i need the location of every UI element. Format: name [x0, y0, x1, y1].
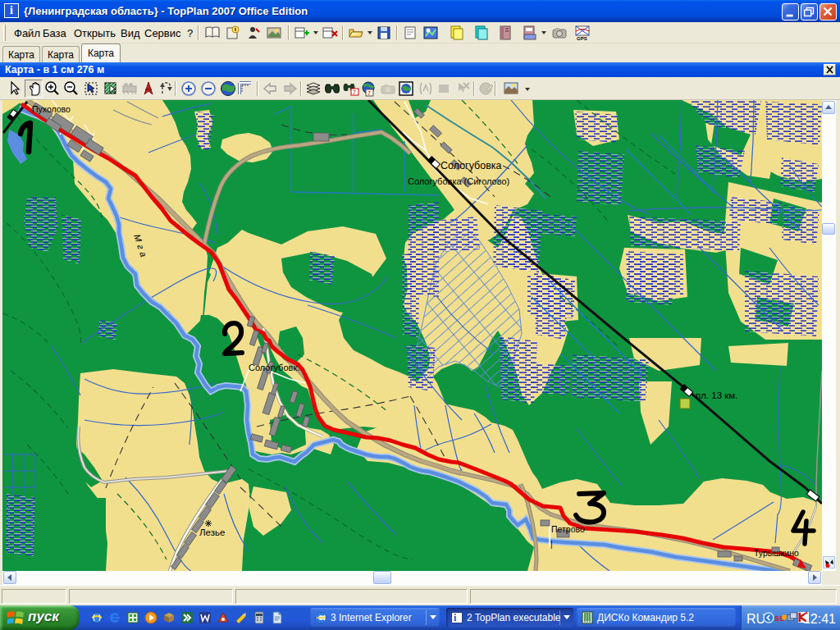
svg-text:Лезье: Лезье: [199, 527, 225, 537]
svg-text:Пухолово: Пухолово: [32, 104, 71, 114]
svg-text:7: 7: [353, 89, 356, 95]
svg-text:Сологубовка: Сологубовка: [441, 160, 502, 171]
svg-text:7: 7: [368, 90, 371, 96]
svg-text:Петрово: Петрово: [551, 524, 585, 534]
svg-text:Турышкино: Турышкино: [754, 548, 799, 558]
svg-text:Сологубовк.: Сологубовк.: [249, 363, 299, 372]
svg-text:|: |: [550, 540, 553, 549]
svg-text:Сологубовка (Сиголово): Сологубовка (Сиголово): [408, 176, 509, 186]
svg-text:GPS: GPS: [577, 36, 587, 41]
svg-text:пл. 13 км.: пл. 13 км.: [696, 390, 737, 400]
